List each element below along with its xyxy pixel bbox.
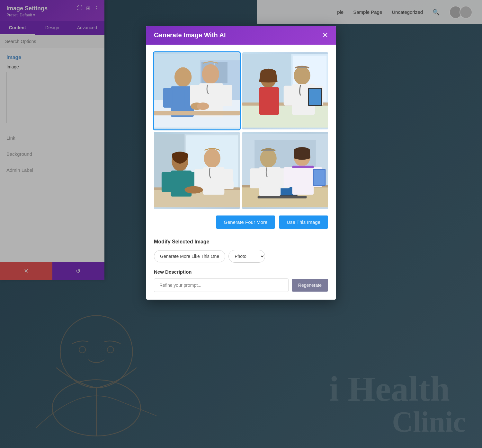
svg-rect-34 <box>309 89 321 105</box>
svg-rect-28 <box>259 87 279 115</box>
svg-rect-48 <box>223 169 233 189</box>
modal-close-button[interactable]: ✕ <box>322 32 328 39</box>
svg-point-11 <box>174 67 192 87</box>
modify-row: Generate More Like This One Photo Illust… <box>154 250 328 263</box>
modal-title: Generate Image With AI <box>154 31 226 39</box>
svg-point-15 <box>202 64 219 84</box>
image-cell-3[interactable] <box>154 132 240 209</box>
regenerate-button[interactable]: Regenerate <box>292 279 328 292</box>
style-select[interactable]: Photo Illustration Painting Sketch <box>228 250 265 263</box>
svg-point-29 <box>294 66 310 85</box>
modify-title: Modify Selected Image <box>154 239 328 245</box>
svg-rect-46 <box>203 167 225 195</box>
modal-header: Generate Image With AI ✕ <box>146 26 336 45</box>
image-grid <box>154 52 328 209</box>
use-this-image-button[interactable]: Use This Image <box>279 215 328 229</box>
svg-rect-13 <box>163 88 173 108</box>
image-cell-1[interactable] <box>154 52 240 129</box>
modal-actions: Generate Four More Use This Image <box>154 215 328 229</box>
svg-point-20 <box>197 102 209 110</box>
desc-row: Regenerate <box>154 278 328 292</box>
modal-overlay: Generate Image With AI ✕ <box>0 0 482 448</box>
svg-rect-43 <box>162 172 172 192</box>
modify-section: Modify Selected Image Generate More Like… <box>154 238 328 292</box>
svg-rect-21 <box>154 111 240 115</box>
new-description-title: New Description <box>154 269 328 275</box>
svg-rect-47 <box>194 169 204 189</box>
svg-rect-63 <box>292 166 314 195</box>
svg-point-45 <box>204 149 220 168</box>
svg-rect-18 <box>221 85 232 106</box>
svg-rect-57 <box>258 196 307 198</box>
svg-rect-25 <box>242 103 328 127</box>
generate-four-more-button[interactable]: Generate Four More <box>216 215 275 229</box>
refine-prompt-input[interactable] <box>154 278 289 292</box>
svg-rect-60 <box>250 168 261 188</box>
generate-more-like-this-button[interactable]: Generate More Like This One <box>154 250 225 262</box>
svg-rect-67 <box>314 170 325 185</box>
image-cell-4[interactable] <box>242 132 328 209</box>
svg-rect-64 <box>284 167 294 187</box>
svg-point-49 <box>184 186 203 194</box>
modal-body: Generate Four More Use This Image Modify… <box>146 45 336 300</box>
image-cell-2[interactable] <box>242 52 328 129</box>
svg-rect-59 <box>259 167 281 196</box>
ai-image-modal: Generate Image With AI ✕ <box>146 26 336 300</box>
svg-rect-31 <box>284 86 294 106</box>
svg-rect-68 <box>292 166 314 168</box>
svg-point-58 <box>260 149 276 167</box>
